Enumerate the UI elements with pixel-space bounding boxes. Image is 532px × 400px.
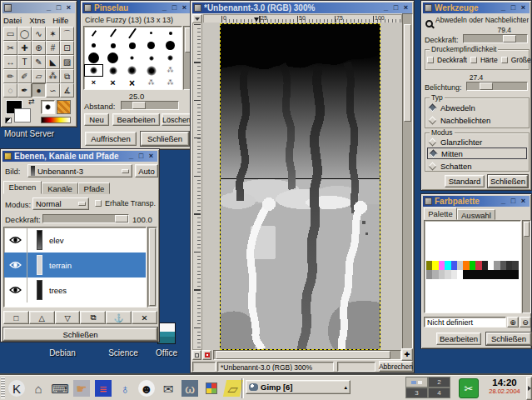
palette-swatch[interactable] bbox=[463, 270, 469, 279]
menu-hilfe[interactable]: Hilfe bbox=[52, 16, 68, 25]
brush-script[interactable]: ⁂ bbox=[161, 64, 180, 77]
tool-measure[interactable]: ∡ bbox=[60, 83, 74, 98]
brush-slash[interactable] bbox=[122, 27, 142, 39]
wine-icon[interactable] bbox=[201, 378, 221, 398]
auto-button[interactable]: Auto bbox=[135, 164, 158, 178]
minimize-button[interactable]: _ bbox=[499, 197, 508, 206]
radio-burn[interactable]: Nachbelichten bbox=[430, 116, 490, 125]
layer-list-scrollbar-thumb[interactable] bbox=[149, 228, 156, 306]
maximize-button[interactable]: □ bbox=[137, 152, 146, 161]
brush-script[interactable]: ⁂ bbox=[142, 77, 161, 89]
active-brush-indicator[interactable] bbox=[41, 100, 55, 114]
pager-desktop-1[interactable] bbox=[405, 377, 428, 388]
gimp-icon[interactable]: ω bbox=[180, 378, 200, 398]
palette-swatch[interactable] bbox=[470, 270, 475, 279]
quickmask-toggle[interactable] bbox=[202, 350, 211, 360]
pager-desktop-2[interactable]: 2 bbox=[428, 377, 450, 388]
close-palette-button[interactable]: Schließen bbox=[486, 332, 531, 345]
edit-brush-button[interactable]: Bearbeiten bbox=[112, 113, 160, 126]
anchor-layer-button[interactable]: ⚓ bbox=[106, 311, 132, 324]
minimize-button[interactable]: _ bbox=[499, 3, 508, 12]
task-button-gimp[interactable]: Gimp [6] ▴ bbox=[246, 380, 351, 394]
tool-magnify[interactable]: ⊕ bbox=[32, 41, 46, 55]
brush-fuzzy[interactable] bbox=[142, 64, 161, 77]
tool-text[interactable]: T bbox=[17, 55, 32, 69]
palette-swatch[interactable] bbox=[475, 261, 481, 270]
brush-fuzzy[interactable] bbox=[84, 64, 103, 77]
raise-layer-button[interactable]: △ bbox=[29, 311, 55, 324]
menu-xtns[interactable]: Xtns bbox=[29, 16, 45, 25]
horizontal-scrollbar[interactable] bbox=[213, 350, 401, 360]
zoom-in-icon[interactable]: ⊕ bbox=[507, 317, 519, 328]
palette-swatch[interactable] bbox=[482, 270, 488, 279]
tool-ellipse-select[interactable]: ◯ bbox=[17, 27, 32, 41]
radio-shadows[interactable]: Schatten bbox=[430, 162, 472, 171]
opacity-slider[interactable] bbox=[463, 34, 528, 43]
panel-handle[interactable] bbox=[1, 378, 5, 398]
refresh-button[interactable]: Auffrischen bbox=[85, 132, 137, 146]
tab-ebenen[interactable]: Ebenen bbox=[3, 181, 42, 194]
kde-menu-icon[interactable]: K bbox=[7, 378, 27, 398]
swap-colors-icon[interactable]: ⇄ bbox=[28, 98, 35, 106]
layer-row-terrain[interactable]: terrain bbox=[4, 252, 146, 278]
brush-fuzzy[interactable] bbox=[161, 52, 180, 64]
radio-highlights[interactable]: Glanzlichter bbox=[430, 138, 482, 147]
new-layer-button[interactable]: □ bbox=[3, 311, 29, 324]
palette-view[interactable] bbox=[424, 220, 521, 313]
image-select-combo[interactable]: Unbenannt-3 bbox=[27, 164, 132, 178]
vertical-scrollbar[interactable] bbox=[402, 13, 413, 350]
task-button-arrow-icon[interactable]: ▴ bbox=[344, 384, 347, 391]
tool-move[interactable]: ✚ bbox=[17, 41, 32, 55]
text-editor-icon[interactable]: ≡ bbox=[93, 378, 113, 398]
close-button[interactable]: × bbox=[401, 3, 410, 12]
close-tool-options-button[interactable]: Schließen bbox=[488, 175, 528, 188]
brush-fuzzy[interactable] bbox=[122, 52, 142, 64]
palette-swatch[interactable] bbox=[482, 261, 488, 270]
palette-swatch[interactable] bbox=[451, 270, 457, 279]
new-brush-button[interactable]: Neu bbox=[84, 113, 109, 126]
tab-auswahl[interactable]: Auswahl bbox=[457, 209, 495, 220]
brush-dot[interactable] bbox=[84, 39, 103, 52]
tool-airbrush[interactable]: ⁂ bbox=[46, 69, 60, 83]
desktop-icon-science[interactable]: Science bbox=[98, 348, 148, 358]
desktop-icon-office[interactable]: Office bbox=[142, 348, 191, 358]
tool-eraser[interactable]: ▱ bbox=[32, 69, 46, 83]
tool-scissors-select[interactable]: ✂ bbox=[3, 41, 17, 55]
palette-swatch[interactable] bbox=[426, 261, 432, 270]
desktop-icon-debian[interactable]: Debian bbox=[37, 348, 87, 358]
brush-script[interactable]: ⁂ bbox=[161, 77, 180, 89]
tab-palette[interactable]: Palette bbox=[424, 208, 457, 220]
brush-dot[interactable] bbox=[142, 39, 161, 52]
palette-swatch[interactable] bbox=[432, 270, 438, 279]
palette-swatch[interactable] bbox=[500, 270, 506, 279]
maximize-button[interactable]: □ bbox=[509, 3, 518, 12]
tool-bucket-fill[interactable]: ◣ bbox=[46, 55, 60, 69]
brush-fuzzy[interactable] bbox=[103, 64, 122, 77]
palette-swatch[interactable] bbox=[432, 261, 438, 270]
palette-swatch[interactable] bbox=[506, 270, 512, 279]
palette-swatch[interactable] bbox=[457, 270, 463, 279]
pressure-hardness-checkbox[interactable] bbox=[470, 57, 477, 63]
keep-transparency-checkbox[interactable] bbox=[95, 200, 102, 207]
brush-slash[interactable] bbox=[84, 27, 103, 39]
panel-hide-button[interactable] bbox=[526, 377, 532, 400]
canvas-viewport[interactable] bbox=[202, 22, 402, 350]
home-icon[interactable]: ⌂ bbox=[28, 378, 48, 398]
close-button[interactable]: × bbox=[64, 3, 73, 12]
layer-opacity-thumb[interactable] bbox=[115, 215, 128, 222]
tab-pfade[interactable]: Pfade bbox=[78, 182, 110, 194]
duplicate-layer-button[interactable]: ⧉ bbox=[80, 311, 106, 324]
brush-dot[interactable] bbox=[142, 27, 161, 39]
palette-swatch[interactable] bbox=[445, 261, 450, 270]
tool-smudge[interactable]: ∽ bbox=[46, 83, 60, 98]
brushes-titlebar[interactable]: Pinselau _□× bbox=[82, 2, 191, 13]
maximize-button[interactable]: □ bbox=[170, 3, 179, 12]
globe-icon[interactable]: ♁ bbox=[115, 378, 135, 398]
delete-brush-button[interactable]: Löschen bbox=[162, 113, 191, 126]
palette-swatch[interactable] bbox=[512, 270, 518, 279]
color-name-input[interactable] bbox=[425, 318, 505, 327]
tool-convolve[interactable]: ◌ bbox=[3, 83, 17, 98]
konsole-icon[interactable]: ⌨ bbox=[50, 378, 70, 398]
close-layers-button[interactable]: Schließen bbox=[3, 328, 157, 341]
canvas[interactable] bbox=[220, 23, 380, 350]
